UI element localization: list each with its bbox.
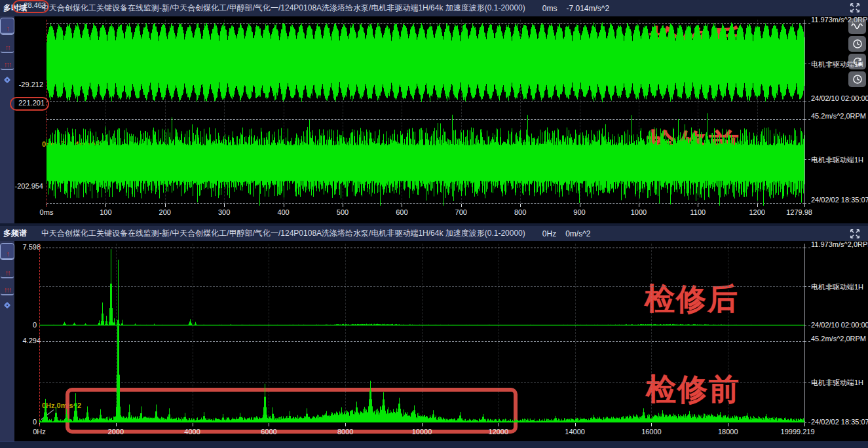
x-tick-mark — [575, 423, 576, 426]
unit-label-wave2: 45.2m/s^2,0RPM — [811, 112, 866, 120]
plot-right-frame — [804, 244, 805, 422]
x-tick-label: 300 — [218, 208, 230, 216]
x-tick-label: 600 — [396, 208, 407, 216]
time-panel-header: 多时域 中天合创煤化工关键设备在线监测-新/中天合创煤化工/甲醇部/气化一/12… — [0, 0, 868, 16]
multi-trace-tool-icon[interactable]: ↑↑↑ — [1, 280, 14, 295]
timestamp-wave2: 24/02/02 18:35:07 — [811, 196, 868, 204]
x-tick-label: 800 — [514, 208, 526, 216]
tool-sidebar-time: ↑ ↑↑ ↑↑↑ — [0, 16, 14, 223]
tick-dash — [804, 382, 810, 383]
x-tick-label: 6000 — [261, 428, 276, 436]
x-tick-label: 18000 — [718, 428, 738, 436]
dual-trace-tool-icon[interactable]: ↑↑ — [1, 263, 14, 278]
sine-wave-icon — [851, 22, 863, 31]
waveform-plot-canvas[interactable] — [47, 110, 804, 206]
clock-icon — [852, 74, 863, 84]
x-tick-label: 1279.98 — [786, 208, 812, 216]
tool-sidebar-spectrum: ↑ ↑↑ ↑↑↑ — [0, 241, 14, 441]
x-tick-label: 200 — [159, 208, 171, 216]
spectrum-panel-title: 多频谱 — [3, 228, 27, 239]
compare-refresh-button[interactable] — [848, 54, 866, 69]
single-trace-tool-icon[interactable]: ↑ — [1, 18, 14, 34]
timestamp-spec1: 24/02/10 02:00:00 — [811, 321, 868, 329]
spectrum-cursor-x-readout: 0Hz — [542, 229, 556, 238]
x-tick-label: 19999.219 — [781, 428, 815, 436]
waveform-view-button[interactable] — [848, 18, 866, 34]
x-tick-label: 14000 — [565, 428, 585, 436]
pan-tool-icon[interactable] — [1, 72, 14, 88]
plot-right-frame — [804, 20, 805, 203]
dual-trace-tool-icon[interactable]: ↑↑ — [1, 37, 14, 53]
vibration-monitor-app: 多时域 中天合创煤化工关键设备在线监测-新/中天合创煤化工/甲醇部/气化一/12… — [0, 0, 868, 448]
x-tick-label: 1000 — [631, 208, 647, 216]
tick-dash — [804, 23, 810, 24]
x-tick-mark — [422, 423, 423, 426]
single-trace-tool-icon[interactable]: ↑ — [1, 244, 14, 259]
tick-dash — [804, 286, 810, 287]
x-tick-mark — [651, 423, 652, 426]
y-max-label-spec1: 7.598 — [17, 243, 41, 251]
pan-tool-icon[interactable] — [1, 297, 14, 313]
time-cursor-value-readout: -7.014m/s^2 — [566, 4, 609, 13]
x-tick-label: 400 — [277, 208, 289, 216]
x-tick-mark — [269, 423, 269, 426]
x-tick-label: 4000 — [184, 428, 200, 436]
x-tick-label: 0Hz — [33, 428, 46, 436]
x-tick-mark — [804, 423, 805, 426]
multi-trace-tool-icon[interactable]: ↑↑↑ — [1, 54, 14, 70]
x-tick-label: 12000 — [489, 428, 509, 436]
history-time-button[interactable] — [848, 36, 866, 52]
tick-dash — [804, 341, 810, 342]
spectrum-cursor-value-readout: 0m/s^2 — [565, 229, 590, 238]
y-zero-label-spec1: 0 — [29, 321, 37, 329]
x-tick-mark — [499, 423, 499, 426]
point-label-spec1: 电机非驱动端1H — [811, 282, 863, 292]
x-tick-label: 10000 — [412, 428, 432, 436]
x-tick-label: 2000 — [108, 428, 124, 436]
x-tick-label: 100 — [100, 208, 111, 216]
red-circle-annotation-2 — [10, 97, 49, 111]
red-circle-annotation-1 — [12, 0, 49, 13]
move-cross-icon — [3, 75, 12, 84]
panel-divider — [0, 223, 868, 226]
tick-dash — [804, 64, 810, 64]
x-tick-label: 900 — [573, 208, 585, 216]
x-tick-label: 1200 — [749, 208, 764, 216]
x-tick-label: 700 — [455, 208, 467, 216]
tick-dash — [804, 422, 810, 423]
x-tick-label: 16000 — [641, 428, 662, 436]
point-label-wave2: 电机非驱动端1H — [811, 155, 863, 165]
refresh-icon — [852, 56, 863, 67]
bottom-status-strip — [0, 441, 868, 448]
clock-icon — [852, 39, 863, 49]
unit-label-spec2: 45.2m/s^2,0RPM — [811, 335, 866, 343]
point-label-spec2: 电机非驱动端1H — [811, 378, 863, 388]
timestamp-spec2: 24/02/02 18:35:07 — [811, 418, 868, 426]
unit-label-spec1: 11.973m/s^2,0RPM — [811, 240, 868, 248]
spectrum-panel-header: 多频谱 中天合创煤化工关键设备在线监测-新/中天合创煤化工/甲醇部/气化一/12… — [0, 226, 868, 241]
y-zero-label-spec2: 0 — [29, 418, 37, 426]
x-tick-mark — [116, 423, 117, 426]
spectrum-plot-canvas[interactable] — [39, 252, 804, 422]
x-tick-mark — [193, 423, 193, 426]
y-min-label-wave1: -29.212 — [13, 81, 43, 88]
expand-icon[interactable] — [848, 228, 861, 240]
x-tick-mark — [345, 423, 346, 426]
history-time-button-2[interactable] — [848, 71, 866, 87]
y-max-label-spec2: 4.294 — [17, 337, 41, 345]
waveform-plot-canvas[interactable] — [47, 20, 804, 106]
tick-dash — [804, 203, 810, 204]
y-min-label-wave2: -202.954 — [9, 182, 43, 190]
time-cursor-x-readout: 0ms — [542, 4, 557, 13]
x-tick-label: 1100 — [690, 208, 706, 216]
move-cross-icon — [3, 301, 12, 310]
x-tick-mark — [728, 423, 728, 426]
expand-icon[interactable] — [848, 2, 861, 14]
tick-dash — [804, 326, 810, 326]
time-panel-path: 中天合创煤化工关键设备在线监测-新/中天合创煤化工/甲醇部/气化一/124P01… — [41, 3, 525, 14]
tick-dash — [804, 248, 810, 248]
timestamp-wave1: 24/02/10 02:00:00 — [811, 94, 868, 102]
tick-dash — [804, 102, 810, 102]
tick-dash — [804, 119, 810, 120]
spectrum-panel-path: 中天合创煤化工关键设备在线监测-新/中天合创煤化工/甲醇部/气化一/124P01… — [41, 228, 525, 239]
